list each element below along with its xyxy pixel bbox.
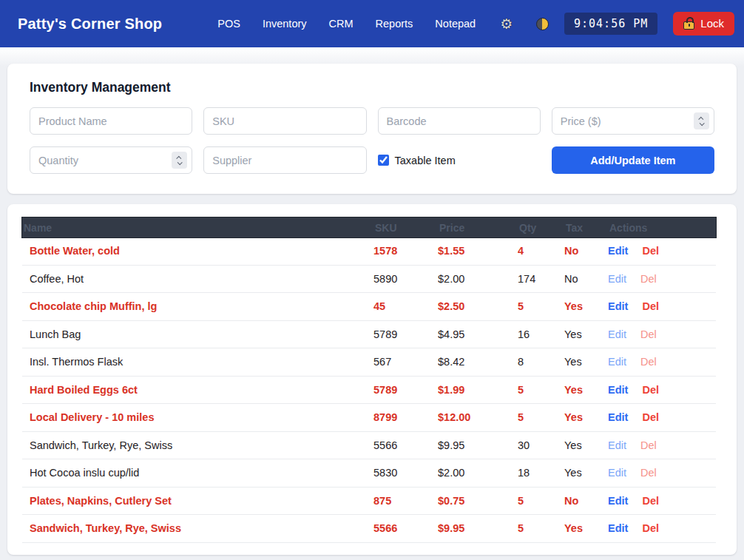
sku-input[interactable] bbox=[203, 107, 366, 135]
item-name-cell: Hard Boiled Eggs 6ct bbox=[22, 376, 373, 404]
delete-link[interactable]: Del bbox=[642, 522, 659, 534]
moon-theme-toggle-icon[interactable] bbox=[536, 18, 549, 30]
edit-link[interactable]: Edit bbox=[608, 495, 628, 507]
price-input[interactable] bbox=[552, 107, 714, 135]
delete-link[interactable]: Del bbox=[640, 328, 657, 340]
edit-link[interactable]: Edit bbox=[608, 273, 626, 285]
item-actions-cell: Edit Del bbox=[608, 376, 716, 404]
item-tax-cell: Yes bbox=[564, 515, 608, 543]
item-qty-cell: 18 bbox=[518, 459, 564, 488]
inventory-form-card: Inventory Management bbox=[7, 64, 737, 194]
item-price-cell: $2.00 bbox=[438, 265, 518, 293]
item-price-cell: $8.42 bbox=[438, 348, 518, 377]
quantity-input[interactable] bbox=[30, 146, 192, 174]
table-row: Sandwich, Turkey, Rye, Swiss 5566 $9.95 … bbox=[22, 431, 716, 459]
price-stepper[interactable] bbox=[694, 112, 709, 129]
supplier-input[interactable] bbox=[203, 146, 366, 174]
edit-link[interactable]: Edit bbox=[608, 328, 626, 340]
item-sku-cell: 5789 bbox=[373, 376, 438, 404]
delete-link[interactable]: Del bbox=[640, 356, 657, 368]
nav-item-inventory[interactable]: Inventory bbox=[263, 18, 307, 30]
inventory-table: Name SKU Price Qty Tax Actions Bottle Wa… bbox=[22, 217, 716, 543]
gear-icon[interactable]: ⚙ bbox=[500, 17, 513, 31]
item-sku-cell: 8799 bbox=[373, 404, 438, 432]
item-sku-cell: 875 bbox=[373, 487, 438, 515]
item-price-cell: $1.55 bbox=[438, 237, 518, 265]
navbar-right-group: 9:04:56 PM Lock bbox=[536, 12, 734, 36]
taxable-checkbox[interactable] bbox=[378, 155, 389, 166]
inventory-table-body: Bottle Water, cold 1578 $1.55 4 No Edit … bbox=[22, 237, 716, 542]
edit-link[interactable]: Edit bbox=[608, 245, 628, 257]
edit-link[interactable]: Edit bbox=[608, 522, 628, 534]
item-sku-cell: 567 bbox=[373, 348, 438, 377]
item-price-cell: $0.75 bbox=[438, 487, 518, 515]
item-name-cell: Sandwich, Turkey, Rye, Swiss bbox=[22, 515, 373, 543]
lock-button[interactable]: Lock bbox=[673, 12, 734, 36]
item-qty-cell: 5 bbox=[518, 293, 564, 321]
quantity-stepper[interactable] bbox=[172, 152, 187, 169]
nav-item-crm[interactable]: CRM bbox=[329, 18, 354, 30]
item-tax-cell: No bbox=[564, 265, 608, 293]
padlock-icon bbox=[683, 21, 694, 30]
item-name-cell: Coffee, Hot bbox=[22, 265, 373, 293]
item-actions-cell: Edit Del bbox=[608, 515, 716, 543]
inventory-table-card: Name SKU Price Qty Tax Actions Bottle Wa… bbox=[7, 204, 737, 555]
nav-item-pos[interactable]: POS bbox=[217, 18, 240, 30]
nav-item-notepad[interactable]: Notepad bbox=[435, 18, 476, 30]
edit-link[interactable]: Edit bbox=[608, 356, 626, 368]
delete-link[interactable]: Del bbox=[642, 384, 659, 396]
item-tax-cell: Yes bbox=[564, 293, 608, 321]
delete-link[interactable]: Del bbox=[640, 439, 657, 451]
inventory-form: Taxable Item Add/Update Item bbox=[30, 107, 714, 174]
taxable-label: Taxable Item bbox=[395, 155, 456, 166]
item-actions-cell: Edit Del bbox=[608, 431, 716, 459]
item-tax-cell: Yes bbox=[564, 348, 608, 377]
delete-link[interactable]: Del bbox=[642, 300, 659, 312]
item-actions-cell: Edit Del bbox=[608, 404, 716, 432]
app-title: Patty's Corner Shop bbox=[18, 16, 162, 33]
item-tax-cell: No bbox=[564, 237, 608, 265]
edit-link[interactable]: Edit bbox=[608, 467, 626, 479]
item-qty-cell: 5 bbox=[518, 376, 564, 404]
delete-link[interactable]: Del bbox=[642, 495, 659, 507]
item-qty-cell: 8 bbox=[518, 348, 564, 377]
item-tax-cell: Yes bbox=[564, 459, 608, 488]
item-actions-cell: Edit Del bbox=[608, 487, 716, 515]
chevron-down-icon bbox=[177, 160, 183, 165]
column-header-sku: SKU bbox=[373, 217, 438, 237]
top-navbar: Patty's Corner Shop POS Inventory CRM Re… bbox=[0, 0, 744, 47]
item-qty-cell: 5 bbox=[518, 515, 564, 543]
item-qty-cell: 4 bbox=[518, 237, 564, 265]
item-actions-cell: Edit Del bbox=[608, 293, 716, 321]
delete-link[interactable]: Del bbox=[642, 245, 659, 257]
quantity-field-wrap bbox=[30, 146, 192, 174]
edit-link[interactable]: Edit bbox=[608, 411, 628, 423]
table-row: Chocolate chip Muffin, lg 45 $2.50 5 Yes… bbox=[22, 293, 716, 321]
column-header-name: Name bbox=[22, 217, 373, 237]
inventory-table-head: Name SKU Price Qty Tax Actions bbox=[22, 217, 716, 237]
delete-link[interactable]: Del bbox=[642, 411, 659, 423]
add-update-item-button[interactable]: Add/Update Item bbox=[552, 146, 714, 174]
item-price-cell: $9.95 bbox=[438, 431, 518, 459]
item-actions-cell: Edit Del bbox=[608, 237, 716, 265]
table-row: Insl. Thermos Flask 567 $8.42 8 Yes Edit… bbox=[22, 348, 716, 377]
nav-item-reports[interactable]: Reports bbox=[376, 18, 413, 30]
product-name-input[interactable] bbox=[30, 107, 192, 135]
edit-link[interactable]: Edit bbox=[608, 439, 626, 451]
table-row: Sandwich, Turkey, Rye, Swiss 5566 $9.95 … bbox=[22, 515, 716, 543]
delete-link[interactable]: Del bbox=[640, 467, 657, 479]
edit-link[interactable]: Edit bbox=[608, 384, 628, 396]
item-sku-cell: 1578 bbox=[373, 237, 438, 265]
item-tax-cell: Yes bbox=[564, 431, 608, 459]
barcode-input[interactable] bbox=[378, 107, 541, 135]
chevron-down-icon bbox=[700, 121, 705, 126]
page-title: Inventory Management bbox=[30, 80, 714, 95]
delete-link[interactable]: Del bbox=[640, 273, 657, 285]
item-price-cell: $9.95 bbox=[438, 515, 518, 543]
item-qty-cell: 30 bbox=[518, 431, 564, 459]
item-sku-cell: 5830 bbox=[373, 459, 438, 488]
edit-link[interactable]: Edit bbox=[608, 300, 628, 312]
table-row: Local Delivery - 10 miles 8799 $12.00 5 … bbox=[22, 404, 716, 432]
column-header-price: Price bbox=[438, 217, 518, 237]
item-tax-cell: Yes bbox=[564, 404, 608, 432]
